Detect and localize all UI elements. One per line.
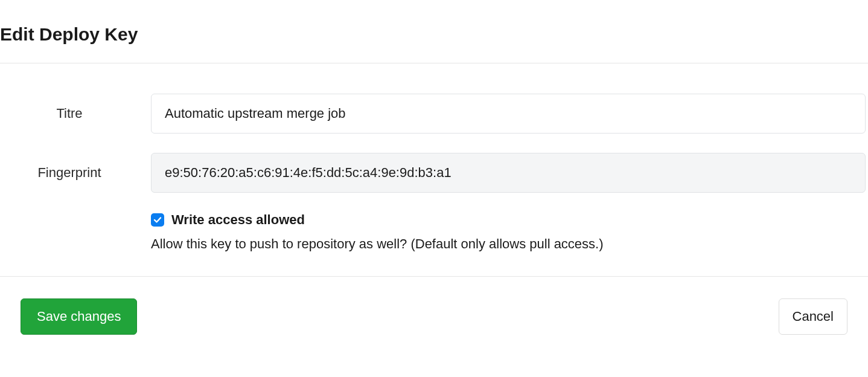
cancel-button[interactable]: Cancel [779,298,847,335]
page-title: Edit Deploy Key [0,0,868,63]
title-row: Titre [0,94,868,134]
write-access-label[interactable]: Write access allowed [171,212,305,228]
fingerprint-row: Fingerprint e9:50:76:20:a5:c6:91:4e:f5:d… [0,153,868,193]
form-area: Titre Fingerprint e9:50:76:20:a5:c6:91:4… [0,63,868,276]
actions-bar: Save changes Cancel [0,276,868,356]
title-input[interactable] [151,94,866,134]
write-access-hint: Allow this key to push to repository as … [151,236,604,252]
save-button[interactable]: Save changes [21,298,137,335]
fingerprint-label: Fingerprint [0,165,151,181]
write-access-row: Write access allowed Allow this key to p… [0,212,868,252]
write-access-checkbox[interactable] [151,213,164,227]
checkmark-icon [153,216,162,224]
fingerprint-value: e9:50:76:20:a5:c6:91:4e:f5:dd:5c:a4:9e:9… [151,153,866,193]
title-label: Titre [0,106,151,121]
